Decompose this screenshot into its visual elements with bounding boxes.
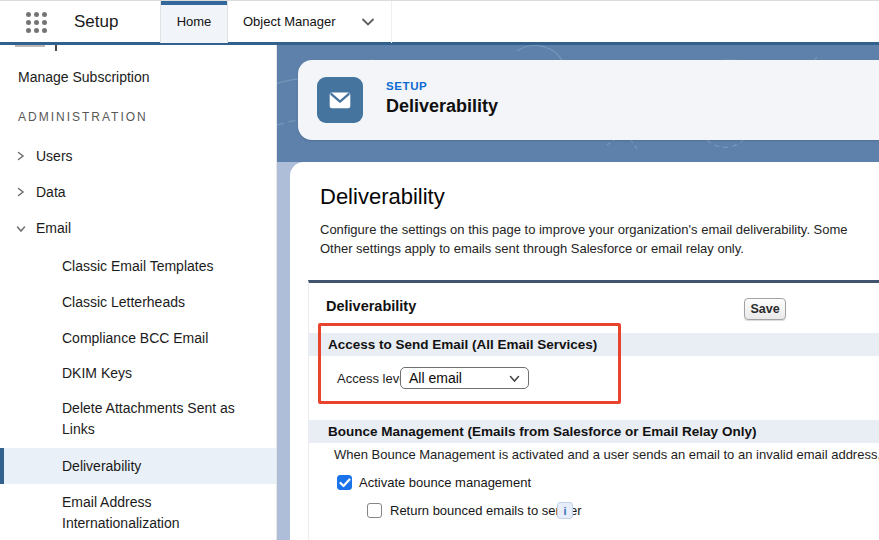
chevron-right-icon: [16, 151, 25, 161]
top-navigation-bar: Setup Home Object Manager: [0, 0, 879, 42]
sidebar-item-label: Compliance BCC Email: [62, 324, 208, 352]
sidebar-item-label: Email: [36, 214, 71, 242]
sidebar-item-label: DKIM Keys: [62, 359, 132, 387]
sidebar-item-label: Classic Email Templates: [62, 252, 213, 280]
return-bounced-emails-checkbox[interactable]: [367, 503, 382, 518]
sidebar-item-email-address-internationalization[interactable]: Email Address Internationalization: [62, 492, 257, 534]
tab-object-manager[interactable]: Object Manager: [228, 1, 392, 43]
tab-object-manager-label: Object Manager: [243, 14, 336, 29]
chevron-down-icon: [509, 375, 520, 383]
sidebar-item-data[interactable]: Data: [0, 178, 277, 206]
checkbox-label: Activate bounce management: [359, 475, 531, 491]
setup-eyebrow-label: SETUP: [386, 80, 427, 92]
access-level-selected-value: All email: [409, 370, 462, 386]
tab-home-label: Home: [177, 14, 212, 29]
sidebar-item-dkim-keys[interactable]: DKIM Keys: [0, 359, 277, 387]
section-title: Access to Send Email (All Email Services…: [328, 333, 597, 356]
access-level-row: Access level All email: [309, 367, 879, 391]
sidebar-item-label: Classic Letterheads: [62, 288, 185, 316]
section-title: Bounce Management (Emails from Salesforc…: [328, 420, 756, 443]
sidebar-item-label: Email Address Internationalization: [62, 494, 180, 531]
chevron-right-icon: [16, 187, 25, 197]
sidebar-item-label: Delete Attachments Sent as Links: [62, 400, 235, 437]
setup-sidebar: Manage Subscription ADMINISTRATION Users…: [0, 45, 277, 540]
access-level-label: Access level: [337, 367, 409, 391]
sidebar-item-label: Deliverability: [62, 448, 141, 484]
header-divider: [0, 42, 879, 45]
sidebar-item-classic-letterheads[interactable]: Classic Letterheads: [0, 288, 277, 316]
setup-page-header: SETUP Deliverability: [298, 60, 879, 140]
sidebar-item-users[interactable]: Users: [0, 142, 277, 170]
salesforce-setup-screen: Setup Home Object Manager: [0, 0, 879, 540]
envelope-icon: [317, 77, 363, 123]
deliverability-settings-panel: Deliverability Save Access to Send Email…: [308, 280, 879, 540]
sidebar-section-administration: ADMINISTRATION: [18, 104, 148, 130]
sidebar-item-deliverability-selected[interactable]: Deliverability: [0, 448, 277, 484]
checkbox-label: Return bounced emails to sender: [390, 503, 582, 519]
access-level-select[interactable]: All email: [400, 367, 529, 389]
page-title: Deliverability: [320, 184, 445, 210]
sidebar-item-compliance-bcc-email[interactable]: Compliance BCC Email: [0, 324, 277, 352]
chevron-down-icon: [16, 225, 26, 233]
chevron-down-icon: [361, 17, 375, 27]
check-icon: [339, 478, 351, 488]
sidebar-item-label: Data: [36, 178, 66, 206]
setup-header-title: Deliverability: [386, 96, 498, 117]
app-launcher-icon[interactable]: [26, 12, 51, 33]
tab-home[interactable]: Home: [160, 1, 228, 43]
sidebar-item-label: Users: [36, 142, 73, 170]
bounce-management-description: When Bounce Management is activated and …: [334, 447, 879, 462]
sidebar-item-delete-attachments[interactable]: Delete Attachments Sent as Links: [62, 398, 257, 440]
sidebar-item-classic-email-templates[interactable]: Classic Email Templates: [0, 252, 277, 280]
sidebar-item-label: Manage Subscription: [18, 63, 150, 91]
save-button[interactable]: Save: [744, 298, 786, 320]
section-bounce-management: Bounce Management (Emails from Salesforc…: [309, 420, 879, 443]
activate-bounce-management-checkbox[interactable]: [337, 475, 352, 490]
section-access-to-send-email: Access to Send Email (All Email Services…: [309, 333, 879, 356]
sidebar-item-manage-subscription[interactable]: Manage Subscription: [0, 63, 277, 91]
panel-title: Deliverability: [326, 283, 416, 330]
info-icon[interactable]: i: [557, 502, 573, 519]
page-intro-line2: Other settings apply to emails sent thro…: [320, 241, 744, 256]
sidebar-item-email[interactable]: Email: [0, 214, 277, 242]
clipped-sidebar-item-fragment: [15, 45, 45, 47]
app-title: Setup: [74, 1, 118, 43]
clipped-sidebar-item-fragment: [55, 45, 57, 51]
panel-header: Deliverability Save: [309, 283, 879, 330]
content-card: Deliverability Configure the settings on…: [290, 162, 879, 540]
page-intro-line1: Configure the settings on this page to i…: [320, 222, 848, 237]
